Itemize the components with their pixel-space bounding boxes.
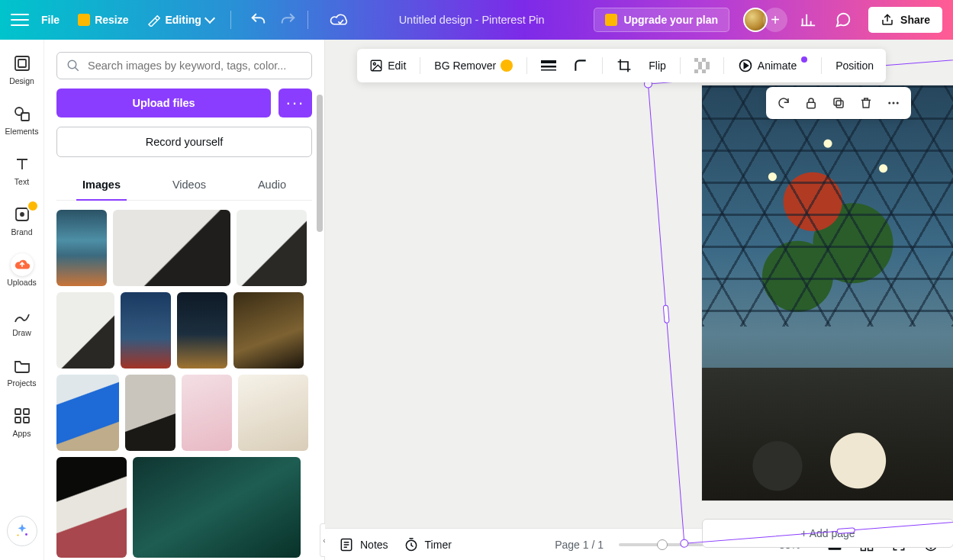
page-indicator[interactable]: Page 1 / 1 [555,539,604,551]
file-menu[interactable]: File [35,9,66,31]
svg-rect-29 [836,101,843,108]
share-icon [881,13,894,27]
flip-button[interactable]: Flip [646,56,669,75]
svg-point-11 [17,534,18,536]
tab-videos[interactable]: Videos [166,171,212,200]
tab-audio[interactable]: Audio [252,171,292,200]
svg-rect-7 [24,409,29,414]
transparency-button[interactable] [691,55,713,76]
add-collaborator-button[interactable]: + [763,8,787,32]
upload-thumb[interactable] [56,292,114,369]
search-field[interactable] [88,60,302,72]
undo-redo-group [250,11,297,28]
share-label: Share [900,14,930,26]
resize-handle-w[interactable] [663,304,670,323]
svg-point-12 [68,60,76,69]
design-title[interactable]: Untitled design - Pinterest Pin [356,14,588,26]
regenerate-button[interactable] [772,92,795,114]
upload-thumb[interactable] [56,210,107,286]
rail-apps[interactable]: Apps [0,403,43,441]
lock-button[interactable] [800,92,823,114]
animate-label: Animate [758,60,797,72]
rail-uploads[interactable]: Uploads [0,252,43,290]
premium-badge-icon [27,200,39,212]
magic-button[interactable] [7,516,37,546]
upload-thumb[interactable] [182,375,232,451]
upload-thumb[interactable] [56,375,119,451]
stroke-weight-button[interactable] [538,56,559,75]
notes-button[interactable]: Notes [339,537,388,552]
redo-icon[interactable] [280,11,297,28]
design-icon [13,54,31,72]
panel-scrollbar[interactable] [317,95,323,232]
marker-icon [146,13,160,27]
svg-rect-24 [706,62,710,66]
upload-thumb[interactable] [133,457,301,558]
placed-image[interactable] [702,85,953,500]
draw-icon [13,306,31,324]
duplicate-button[interactable] [827,92,850,114]
svg-rect-28 [807,102,816,108]
add-page-button[interactable]: + Add page [702,519,953,548]
crown-icon [78,14,90,26]
upload-thumb[interactable] [121,292,171,369]
rail-text[interactable]: Text [0,151,43,189]
chart-icon [800,11,816,28]
rail-label: Uploads [7,278,37,287]
separator [680,57,681,74]
svg-rect-0 [15,56,29,70]
svg-rect-13 [371,60,382,71]
upload-thumb[interactable] [238,375,308,451]
upload-thumb[interactable] [56,457,127,558]
menu-button[interactable] [11,11,29,29]
delete-button[interactable] [855,92,877,114]
cloud-sync-icon[interactable] [330,12,349,27]
position-button[interactable]: Position [832,56,877,75]
rail-draw[interactable]: Draw [0,302,43,340]
svg-point-33 [897,102,899,105]
undo-icon[interactable] [250,11,266,28]
upload-thumb[interactable] [113,210,230,286]
svg-point-31 [888,102,890,105]
upload-thumb[interactable] [125,375,175,451]
comment-icon [835,11,852,28]
editing-mode-dropdown[interactable]: Editing [140,8,219,31]
crop-button[interactable] [613,55,635,76]
canvas[interactable]: Edit BG Remover Flip [325,40,953,560]
svg-rect-26 [702,69,706,73]
timer-label: Timer [425,539,452,551]
comments-button[interactable] [829,5,858,34]
rail-elements[interactable]: Elements [0,101,43,139]
upload-thumb[interactable] [233,292,304,369]
page-frame[interactable] [702,85,953,500]
upload-thumb[interactable] [177,292,227,369]
crop-icon [617,58,632,73]
search-input[interactable] [56,52,312,79]
text-icon [13,155,31,173]
bg-remover-button[interactable]: BG Remover [431,56,516,75]
crown-icon [605,14,617,26]
upload-thumb[interactable] [237,210,307,286]
resize-button[interactable]: Resize [72,9,134,31]
upgrade-button[interactable]: Upgrade your plan [594,8,729,32]
corner-rounding-button[interactable] [570,55,591,76]
timer-button[interactable]: Timer [404,537,452,552]
more-icon [887,96,900,110]
rail-brand[interactable]: Brand [0,201,43,240]
edit-image-button[interactable]: Edit [366,56,409,76]
upload-more-button[interactable]: ··· [278,89,312,117]
sparkle-icon [14,523,31,539]
more-button[interactable] [882,92,905,114]
tab-images[interactable]: Images [76,171,127,200]
zoom-knob[interactable] [657,539,668,550]
share-button[interactable]: Share [868,7,942,33]
rail-design[interactable]: Design [0,50,43,89]
animate-button[interactable]: Animate [735,55,810,76]
element-toolbar: Edit BG Remover Flip [357,49,886,82]
insights-button[interactable] [794,5,823,34]
svg-rect-23 [698,62,702,66]
rail-projects[interactable]: Projects [0,352,43,391]
record-yourself-button[interactable]: Record yourself [56,127,312,157]
search-icon [66,59,80,72]
upload-files-button[interactable]: Upload files [56,89,271,117]
